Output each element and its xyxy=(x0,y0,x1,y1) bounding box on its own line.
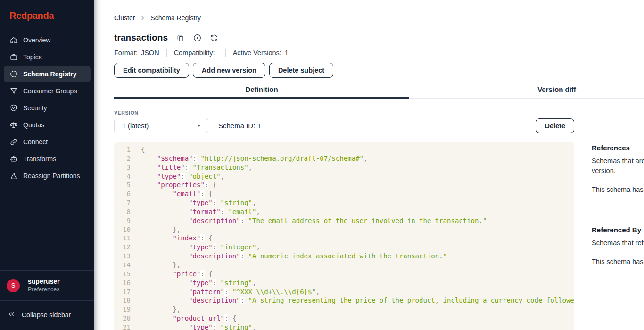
code-line: 6 "email": { xyxy=(114,190,574,198)
play-circle-icon[interactable] xyxy=(193,33,202,42)
sidebar-item-label: Quotas xyxy=(23,121,44,129)
code-line: 21 "type": "string", xyxy=(114,323,574,330)
main-content: Cluster Schema Registry transactions For… xyxy=(94,0,644,330)
collapse-sidebar-label: Collapse sidebar xyxy=(22,311,71,319)
sidebar-item-label: Schema Registry xyxy=(23,70,77,78)
tab-version-diff[interactable]: Version diff xyxy=(409,85,644,99)
version-select[interactable]: 1 (latest) xyxy=(114,118,208,133)
line-number: 21 xyxy=(114,323,131,330)
delete-version-button[interactable]: Delete xyxy=(536,118,574,133)
user-text: superuser Preferences xyxy=(28,277,60,294)
copy-icon[interactable] xyxy=(176,33,185,42)
redpanda-logo[interactable]: Redpanda xyxy=(0,0,94,31)
sidebar-item-label: Overview xyxy=(23,36,50,44)
referenced-by-empty-text: This schema has no incoming references. xyxy=(592,257,644,267)
referenced-by-title: Referenced By xyxy=(592,226,644,234)
sidebar-item-reassign-partitions[interactable]: Reassign Partitions xyxy=(4,167,91,184)
sidebar-item-overview[interactable]: Overview xyxy=(4,32,91,49)
line-number: 3 xyxy=(114,163,131,172)
code-line: 9 "description": "The email address of t… xyxy=(114,216,574,225)
references-description: Schemas that are referenced by this sche… xyxy=(592,156,644,176)
breadcrumb-cluster[interactable]: Cluster xyxy=(114,14,135,22)
code-line: 12 "type": "integer", xyxy=(114,243,574,252)
chevron-right-icon xyxy=(140,15,146,21)
funnel-icon xyxy=(9,87,18,95)
refresh-icon[interactable] xyxy=(210,33,219,42)
references-title: References xyxy=(592,144,644,152)
references-panel: References Schemas that are referenced b… xyxy=(592,142,644,267)
avatar: S xyxy=(7,279,20,292)
schema-id-text: Schema ID: 1 xyxy=(218,122,261,130)
collapse-sidebar-button[interactable]: Collapse sidebar xyxy=(0,301,94,330)
schema-meta-row: Format: JSON Compatibility: Active Versi… xyxy=(114,49,644,57)
active-versions-value: 1 xyxy=(285,49,289,57)
references-empty-text: This schema has no references. xyxy=(592,185,644,195)
meta-divider xyxy=(166,49,167,57)
sidebar-item-topics[interactable]: Topics xyxy=(4,49,91,66)
line-number: 16 xyxy=(114,279,131,288)
breadcrumb: Cluster Schema Registry xyxy=(114,14,644,22)
page-title: transactions xyxy=(114,33,168,43)
line-number: 12 xyxy=(114,243,131,252)
schema-registry-icon xyxy=(9,70,18,78)
home-icon xyxy=(9,36,18,44)
version-controls: 1 (latest) Schema ID: 1 Delete xyxy=(114,118,574,133)
sidebar: Redpanda OverviewTopicsSchema RegistryCo… xyxy=(0,0,94,330)
active-versions-label: Active Versions: xyxy=(233,49,281,57)
line-number: 19 xyxy=(114,305,131,314)
line-number: 14 xyxy=(114,261,131,270)
delete-subject-button[interactable]: Delete subject xyxy=(269,63,333,78)
version-select-value: 1 (latest) xyxy=(122,122,149,130)
user-menu[interactable]: S superuser Preferences xyxy=(0,270,94,301)
sidebar-item-connect[interactable]: Connect xyxy=(4,133,91,150)
code-line: 11 "index": { xyxy=(114,234,574,243)
line-number: 18 xyxy=(114,296,131,305)
line-number: 20 xyxy=(114,314,131,323)
code-line: 17 "pattern": "^XXX \\d+\\.\\d{6}$", xyxy=(114,288,574,297)
format-value: JSON xyxy=(141,49,159,57)
sidebar-item-transforms[interactable]: Transforms xyxy=(4,150,91,167)
line-number: 6 xyxy=(114,190,131,198)
line-number: 8 xyxy=(114,207,131,216)
code-line: 2 "$schema": "http://json-schema.org/dra… xyxy=(114,154,574,163)
code-line: 18 "description": "A string representing… xyxy=(114,296,574,305)
sidebar-item-quotas[interactable]: Quotas xyxy=(4,116,91,133)
tab-bar: DefinitionVersion diff xyxy=(114,85,644,99)
definition-body: 1{2 "$schema": "http://json-schema.org/d… xyxy=(114,142,644,330)
scale-icon xyxy=(9,121,18,129)
meta-divider xyxy=(225,49,226,57)
compatibility-label: Compatibility: xyxy=(174,49,215,57)
code-line: 8 "format": "email", xyxy=(114,207,574,216)
sidebar-item-label: Security xyxy=(23,104,47,112)
format-label: Format: xyxy=(114,49,138,57)
sidebar-item-label: Consumer Groups xyxy=(23,87,77,95)
line-number: 15 xyxy=(114,270,131,279)
sidebar-item-consumer-groups[interactable]: Consumer Groups xyxy=(4,82,91,99)
sidebar-item-schema-registry[interactable]: Schema Registry xyxy=(4,66,91,82)
user-preferences-link[interactable]: Preferences xyxy=(28,286,60,294)
version-label: VERSION xyxy=(114,110,644,116)
schema-code-viewer[interactable]: 1{2 "$schema": "http://json-schema.org/d… xyxy=(114,142,574,330)
title-row: transactions xyxy=(114,33,644,43)
flask-icon xyxy=(9,172,18,180)
add-new-version-button[interactable]: Add new version xyxy=(193,63,265,78)
topics-icon xyxy=(9,53,18,61)
sidebar-bottom: S superuser Preferences Collapse sidebar xyxy=(0,270,94,330)
sidebar-item-security[interactable]: Security xyxy=(4,99,91,116)
tab-definition[interactable]: Definition xyxy=(114,85,409,99)
sidebar-item-label: Reassign Partitions xyxy=(23,172,80,180)
sidebar-item-label: Connect xyxy=(23,138,48,146)
sidebar-item-label: Topics xyxy=(23,53,42,61)
code-line: 16 "type": "string", xyxy=(114,279,574,288)
code-line: 19 }, xyxy=(114,305,574,314)
line-number: 5 xyxy=(114,181,131,190)
sidebar-nav: OverviewTopicsSchema RegistryConsumer Gr… xyxy=(0,31,94,185)
line-number: 1 xyxy=(114,145,131,154)
breadcrumb-schema-registry: Schema Registry xyxy=(150,14,201,22)
code-line: 7 "type": "string", xyxy=(114,198,574,207)
edit-compatibility-button[interactable]: Edit compatibility xyxy=(114,63,189,78)
code-line: 5 "properties": { xyxy=(114,181,574,190)
chevron-down-icon xyxy=(196,123,202,129)
line-number: 9 xyxy=(114,216,131,225)
double-chevron-left-icon xyxy=(8,310,16,320)
